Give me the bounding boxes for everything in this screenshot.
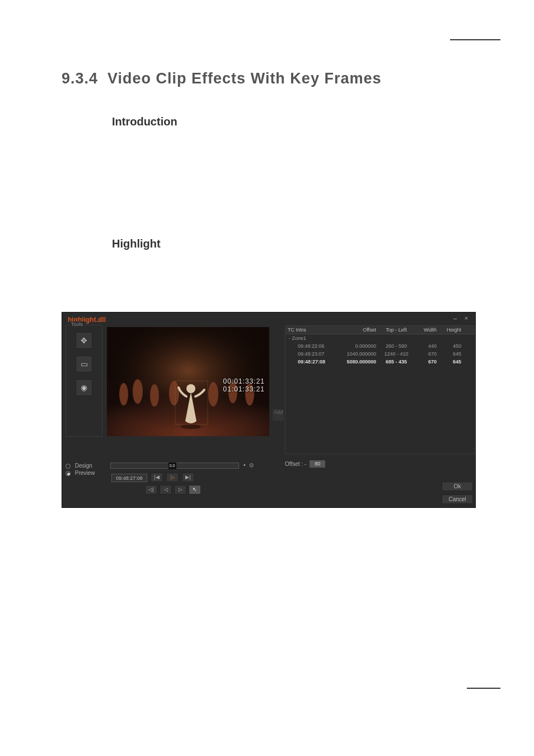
cell-offset: 0.000000	[337, 342, 378, 350]
close-icon[interactable]: ×	[463, 315, 470, 322]
cell-tc: 09:48:27:08	[285, 358, 337, 366]
cell-tc: 09:48:22:06	[285, 342, 337, 350]
right-pane: TC Intra Offset Top - Left Width Height …	[285, 323, 475, 507]
rewind-button[interactable]: ◁|	[145, 485, 157, 494]
table-row[interactable]: 09:48:22:06 0.000000 260 - 590 440 450	[285, 342, 475, 350]
highlight-dialog: highlight.dll – × Tools ✥ ▭ ◉	[62, 312, 476, 508]
cell-tc: 09:48:23:07	[285, 350, 337, 358]
first-frame-button[interactable]: |◀	[151, 473, 163, 482]
footer-rule	[467, 688, 500, 689]
table-row[interactable]: 09:48:23:07 1040.000000 1240 - 410 670 6…	[285, 350, 475, 358]
add-button[interactable]: Add	[273, 409, 284, 421]
radio-dot-icon	[65, 471, 71, 476]
playback-controls: Design Preview 0.0 • ⊙ 09:48:27:08 |◀ ▷ …	[65, 461, 273, 506]
svg-point-3	[119, 383, 128, 405]
subheading-introduction: Introduction	[112, 115, 500, 128]
offset-row: Offset : - 80	[285, 460, 325, 468]
tc-overlay-line2: 01:01:33:21	[223, 385, 265, 393]
subheading-highlight: Highlight	[112, 237, 500, 250]
zone-label[interactable]: - Zone1	[285, 334, 475, 342]
col-height: Height	[439, 326, 463, 334]
col-top-left: Top - Left	[378, 326, 414, 334]
col-offset: Offset	[337, 326, 378, 334]
tool-rect-button[interactable]: ▭	[76, 356, 92, 372]
cell-height: 645	[439, 350, 463, 358]
col-tc-intra: TC Intra	[285, 326, 337, 334]
radio-preview-label: Preview	[75, 470, 95, 476]
cell-topleft: 685 - 435	[378, 358, 414, 366]
keyframe-table: TC Intra Offset Top - Left Width Height …	[285, 325, 475, 454]
cell-height: 645	[439, 358, 463, 366]
svg-point-7	[208, 382, 218, 407]
play-button[interactable]: ▷	[166, 473, 179, 482]
tool-move-button[interactable]: ✥	[76, 332, 92, 349]
cell-offset: 5080.000000	[337, 358, 378, 366]
svg-point-10	[186, 384, 195, 393]
offset-input[interactable]: 80	[310, 460, 325, 468]
cell-offset: 1040.000000	[337, 350, 378, 358]
tc-overlay-line1: 00:01:33:21	[223, 377, 265, 385]
cell-topleft: 1240 - 410	[378, 350, 414, 358]
minimize-icon[interactable]: –	[452, 315, 458, 322]
left-pane: Tools ✥ ▭ ◉	[62, 323, 274, 507]
transport-row-2: ◁| ◁ ▷ ↖	[145, 485, 201, 494]
step-back-button[interactable]: ◁	[160, 485, 172, 494]
cell-width: 440	[414, 342, 439, 350]
section-title: 9.3.4 Video Clip Effects With Key Frames	[62, 70, 500, 87]
transport-row-1: |◀ ▷ ▶|	[151, 473, 194, 482]
offset-label: Offset : -	[285, 461, 306, 467]
section-number: 9.3.4	[62, 70, 98, 87]
section-title-text: Video Clip Effects With Key Frames	[107, 70, 381, 87]
cell-height: 450	[439, 342, 463, 350]
slider-marker[interactable]: 0.0	[168, 463, 176, 469]
svg-point-11	[181, 424, 201, 429]
header-rule	[450, 39, 500, 40]
radio-design-label: Design	[75, 463, 92, 469]
timecode-field[interactable]: 09:48:27:08	[111, 474, 147, 482]
table-header: TC Intra Offset Top - Left Width Height	[285, 326, 475, 334]
svg-point-4	[133, 379, 143, 404]
cell-topleft: 260 - 590	[378, 342, 414, 350]
ok-button[interactable]: Ok	[442, 482, 473, 491]
step-forward-button[interactable]: ▷	[174, 485, 186, 494]
pointer-button[interactable]: ↖	[189, 485, 201, 494]
svg-point-5	[150, 384, 159, 407]
cell-width: 670	[414, 350, 439, 358]
timecode-overlay: 00:01:33:21 01:01:33:21	[223, 377, 265, 393]
last-frame-button[interactable]: ▶|	[182, 473, 194, 482]
col-width: Width	[414, 326, 439, 334]
table-row[interactable]: 09:48:27:08 5080.000000 685 - 435 670 64…	[285, 358, 475, 366]
tools-group: Tools ✥ ▭ ◉	[65, 325, 102, 437]
cell-width: 670	[414, 358, 439, 366]
video-preview[interactable]: 00:01:33:21 01:01:33:21	[107, 327, 269, 436]
loop-icons[interactable]: • ⊙	[243, 462, 255, 468]
tools-label: Tools	[69, 321, 85, 327]
cancel-button[interactable]: Cancel	[442, 494, 473, 504]
svg-point-6	[169, 381, 179, 405]
tool-focus-button[interactable]: ◉	[76, 379, 92, 396]
radio-dot-icon	[65, 464, 71, 469]
dialog-buttons: Ok Cancel	[442, 482, 473, 504]
timeline-slider[interactable]: 0.0	[110, 463, 239, 469]
